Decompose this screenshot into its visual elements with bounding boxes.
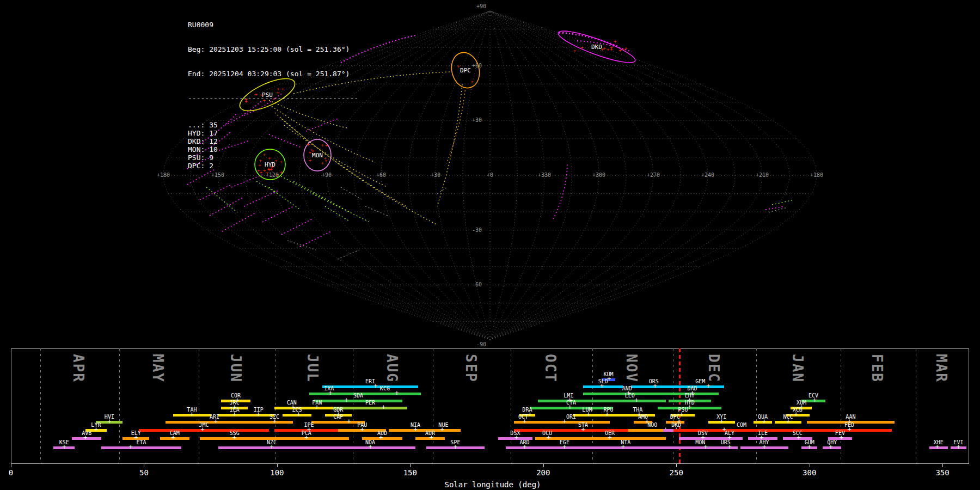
shower-bar-SDA: [314, 400, 402, 402]
pole-label-top: +90: [476, 3, 486, 9]
shower-peak-JMC: +: [200, 426, 204, 433]
station-id: RU0009: [188, 21, 358, 29]
month-label-MAR: MAR: [933, 354, 950, 383]
radiant-meteor-marker: +: [622, 47, 625, 52]
shower-bar-GEM: [676, 385, 724, 388]
shower-peak-CTA: +: [568, 404, 572, 411]
shower-peak-NTA: +: [621, 444, 625, 450]
month-gridline-APR: [40, 348, 41, 464]
meteor-trail: [210, 197, 244, 216]
radiant-label-DPC: DPC: [460, 67, 471, 74]
radiant-meteor-marker: +: [610, 45, 613, 50]
shower-peak-OER: +: [608, 434, 611, 441]
shower-peak-ARI: +: [214, 418, 218, 425]
month-label-JUN: JUN: [228, 354, 244, 383]
shower-peak-AUD: +: [379, 434, 383, 441]
shower-peak-PAU: +: [360, 426, 364, 433]
meteor-trail: [281, 219, 313, 235]
meteor-trail: [300, 231, 331, 247]
month-label-FEB: FEB: [869, 354, 885, 383]
meteor-trail: [365, 206, 388, 216]
shower-label-SDA: SDA: [353, 393, 363, 399]
lon-label: +60: [376, 172, 386, 178]
shower-peak-IEA: +: [232, 411, 236, 418]
meteor-trail: [200, 185, 231, 200]
shower-count-MON: MON: 10: [188, 145, 358, 154]
x-tick-0: [11, 464, 11, 467]
shower-label-ORI: ORI: [566, 414, 576, 420]
activity-timeline: APRMAYJUNJULAUGSEPOCTNOVDECJANFEBMARKUM+…: [0, 348, 980, 490]
shower-peak-NCC: +: [786, 418, 790, 425]
month-label-NOV: NOV: [623, 354, 640, 383]
shower-peak-GUM: +: [807, 444, 811, 450]
pole-label-bottom: -90: [476, 341, 486, 347]
lat-label: -60: [472, 281, 482, 287]
month-gridline-JUN: [199, 348, 199, 464]
month-gridline-MAR: [916, 348, 916, 464]
shower-peak-DSX: +: [514, 434, 518, 441]
month-label-JAN: JAN: [789, 354, 806, 383]
shower-count-HYD: HYD: 17: [188, 129, 358, 137]
radiant-meteor-marker: +: [614, 39, 617, 44]
radiant-sky-map: +180+150+120+90+60+30+0+330+300+270+240+…: [0, 0, 980, 348]
shower-peak-FED: +: [847, 426, 851, 433]
shower-bar-URS: [714, 446, 738, 449]
meteor-trail: [338, 250, 359, 259]
month-label-AUG: AUG: [384, 354, 400, 383]
month-label-SEP: SEP: [463, 354, 479, 383]
month-label-MAY: MAY: [150, 354, 166, 383]
meteor-trail: [437, 84, 462, 206]
shower-peak-SZC: +: [272, 418, 276, 425]
shower-peak-NIA: +: [413, 426, 417, 433]
lon-label: +330: [538, 172, 551, 178]
shower-peak-QUA: +: [762, 418, 766, 425]
meteor-trail: [293, 181, 350, 212]
shower-peak-DRA: +: [528, 411, 532, 418]
lat-label: -30: [472, 227, 482, 233]
x-tick-350: [942, 464, 943, 467]
radiant-meteor-marker: +: [618, 47, 622, 53]
shower-peak-STA: +: [581, 426, 585, 433]
shower-peak-ARD: +: [523, 444, 526, 450]
shower-peak-PSU: +: [679, 411, 683, 418]
shower-bar-ERI: [322, 385, 418, 388]
meteor-trail: [269, 187, 300, 210]
shower-peak-ERI: +: [373, 383, 377, 389]
shower-label-ETA: ETA: [137, 439, 146, 445]
shower-peak-CAP: +: [347, 418, 351, 425]
shower-count-DPC: DPC: 2: [188, 162, 358, 170]
x-tick-200: [543, 464, 544, 467]
meteor-trail: [262, 206, 293, 222]
lon-label: +300: [592, 172, 605, 178]
month-label-JUL: JUL: [304, 354, 321, 383]
lon-label: +180: [810, 172, 823, 178]
shower-peak-SDA: +: [344, 397, 348, 403]
shower-peak-NUE: +: [440, 426, 444, 433]
x-axis-title: Solar longitude (deg): [444, 480, 541, 489]
shower-count-list: ...: 35HYD: 17DKD: 12MON: 10PSU: 9DPC: 2: [188, 121, 358, 170]
x-tick-150: [410, 464, 411, 467]
shower-peak-FAN: +: [315, 404, 319, 411]
shower-peak-XCB: +: [794, 411, 798, 418]
shower-label-CAP: CAP: [333, 414, 343, 420]
shower-peak-HYD: +: [688, 404, 691, 411]
shower-peak-CAM: +: [171, 434, 175, 441]
shower-peak-KCG: +: [395, 390, 399, 396]
shower-peak-IIP: +: [256, 411, 260, 418]
x-tick-50: [144, 464, 144, 467]
observation-summary: RU0009 Beg: 20251203 15:25:00 (sol = 251…: [188, 4, 358, 178]
end-time: End: 20251204 03:29:03 (sol = 251.87°): [188, 70, 358, 78]
shower-peak-SSG: +: [232, 434, 236, 441]
shower-peak-EVI: +: [957, 444, 960, 450]
shower-peak-OCU: +: [547, 434, 550, 441]
x-tick-label-350: 350: [935, 468, 949, 477]
shower-peak-QHY: +: [829, 444, 832, 450]
shower-peak-NDA: +: [368, 444, 372, 450]
shower-bar-NTA: [570, 446, 682, 449]
shower-peak-ETA: +: [128, 444, 132, 450]
shower-peak-SLD: +: [600, 383, 604, 389]
shower-peak-MON: +: [703, 444, 707, 450]
shower-peak-HVI: +: [107, 418, 111, 425]
shower-peak-URS: +: [727, 444, 731, 450]
separator-line: ----------------------------------------: [188, 94, 358, 102]
